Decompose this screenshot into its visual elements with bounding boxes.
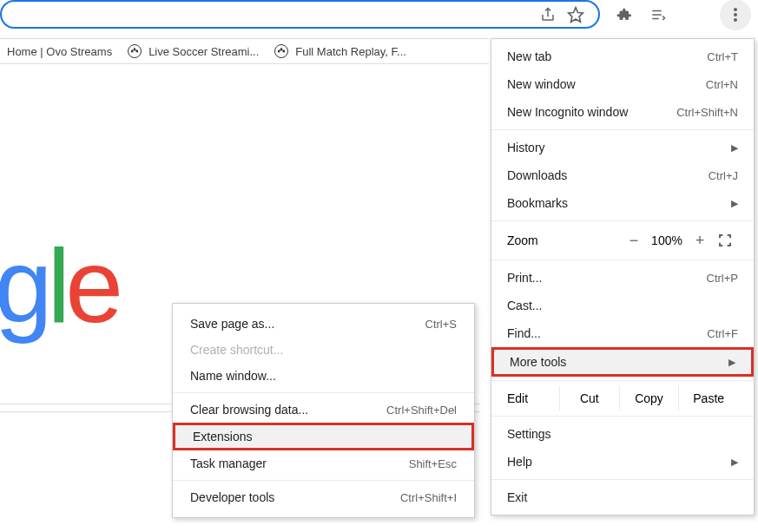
svg-marker-4 [134,48,136,52]
submenu-create-shortcut: Create shortcut... [173,337,474,363]
menu-label: Developer tools [190,490,274,504]
svg-point-1 [734,8,737,11]
menu-downloads[interactable]: Downloads Ctrl+J [491,161,754,189]
shortcut: Ctrl+S [425,318,457,331]
menu-label: Name window... [190,369,276,383]
menu-more-tools[interactable]: More tools ▶ [491,347,754,377]
menu-cast[interactable]: Cast... [491,292,754,319]
menu-label: New window [507,77,576,91]
submenu-name-window[interactable]: Name window... [173,363,474,389]
zoom-in-button[interactable]: + [688,232,712,250]
menu-label: Exit [507,490,527,504]
menu-label: Help [507,455,532,469]
bookmark-item[interactable]: Live Soccer Streami... [128,44,259,58]
share-icon[interactable] [539,6,557,23]
extensions-icon[interactable] [613,4,634,25]
submenu-save-page[interactable]: Save page as... Ctrl+S [173,311,474,337]
submenu-dev-tools[interactable]: Developer tools Ctrl+Shift+I [173,484,474,510]
shortcut: Ctrl+Shift+I [400,491,457,504]
svg-marker-5 [131,49,134,53]
menu-label: More tools [510,355,566,369]
chrome-menu-button[interactable] [720,0,751,30]
star-icon[interactable] [567,6,584,23]
menu-bookmarks[interactable]: Bookmarks ▶ [491,189,754,217]
menu-label: Clear browsing data... [190,403,308,417]
shortcut: Ctrl+F [707,327,738,340]
shortcut: Ctrl+T [707,50,738,63]
menu-separator [491,129,754,130]
menu-settings[interactable]: Settings [491,420,754,448]
menu-label: Find... [507,326,541,340]
chevron-right-icon: ▶ [731,198,738,209]
svg-marker-9 [283,49,286,53]
menu-label: Downloads [507,168,567,182]
menu-find[interactable]: Find... Ctrl+F [491,319,754,347]
menu-label: Print... [507,271,542,285]
menu-new-window[interactable]: New window Ctrl+N [491,70,754,98]
shortcut: Ctrl+P [707,272,738,285]
google-logo: Google [0,226,118,345]
edit-label: Edit [507,391,559,405]
menu-history[interactable]: History ▶ [491,134,754,161]
zoom-label: Zoom [507,233,538,247]
edit-cut-button[interactable]: Cut [559,386,619,410]
zoom-out-button[interactable]: − [622,232,646,250]
menu-separator [491,259,754,260]
menu-separator [491,416,754,417]
edit-copy-button[interactable]: Copy [619,386,679,410]
menu-label: New tab [507,49,551,63]
shortcut: Ctrl+Shift+N [676,106,738,119]
shortcut: Ctrl+N [706,78,738,91]
menu-label: Extensions [193,430,252,443]
svg-marker-7 [280,48,283,52]
bookmark-label: Live Soccer Streami... [148,45,259,58]
menu-separator [173,392,474,393]
fullscreen-icon[interactable] [712,233,738,247]
svg-marker-8 [278,49,280,53]
menu-label: Create shortcut... [190,343,283,357]
svg-marker-0 [569,7,583,22]
svg-marker-6 [136,49,139,53]
menu-separator [173,480,474,481]
menu-print[interactable]: Print... Ctrl+P [491,264,754,292]
menu-separator [491,380,754,381]
bookmark-label: Home | Ovo Streams [7,45,112,58]
svg-point-3 [734,18,737,22]
bookmarks-bar: Home | Ovo Streams Live Soccer Streami..… [0,38,489,64]
shortcut: Ctrl+Shift+Del [386,404,457,417]
menu-zoom: Zoom − 100% + [491,225,754,256]
submenu-extensions[interactable]: Extensions [173,423,474,450]
chevron-right-icon: ▶ [728,357,735,368]
bookmark-item[interactable]: Home | Ovo Streams [7,45,112,58]
toolbar-icons [606,3,758,26]
menu-separator [491,479,754,480]
menu-separator [491,220,754,221]
chrome-main-menu: New tab Ctrl+T New window Ctrl+N New Inc… [491,38,755,516]
menu-help[interactable]: Help ▶ [491,448,754,476]
submenu-clear-data[interactable]: Clear browsing data... Ctrl+Shift+Del [173,397,474,423]
menu-edit-row: Edit Cut Copy Paste [491,384,754,412]
menu-exit[interactable]: Exit [491,483,754,511]
bookmark-label: Full Match Replay, F... [295,45,406,58]
menu-label: Bookmarks [507,196,568,210]
svg-point-2 [734,13,737,16]
chevron-right-icon: ▶ [731,142,738,154]
chevron-right-icon: ▶ [731,456,738,468]
reading-list-icon[interactable] [648,4,669,25]
address-bar[interactable] [0,0,600,29]
bookmark-item[interactable]: Full Match Replay, F... [274,44,406,58]
edit-paste-button[interactable]: Paste [678,386,738,410]
soccer-icon [274,44,288,58]
submenu-task-manager[interactable]: Task manager Shift+Esc [173,450,474,476]
shortcut: Ctrl+J [709,169,738,182]
shortcut: Shift+Esc [409,457,457,470]
menu-label: Cast... [507,299,542,312]
menu-label: Save page as... [190,317,274,331]
menu-label: Settings [507,427,551,441]
more-tools-submenu: Save page as... Ctrl+S Create shortcut..… [172,303,475,518]
menu-new-incognito[interactable]: New Incognito window Ctrl+Shift+N [491,98,754,126]
zoom-value: 100% [646,233,688,247]
menu-label: New Incognito window [507,105,628,119]
menu-label: History [507,141,545,154]
menu-new-tab[interactable]: New tab Ctrl+T [491,43,754,70]
